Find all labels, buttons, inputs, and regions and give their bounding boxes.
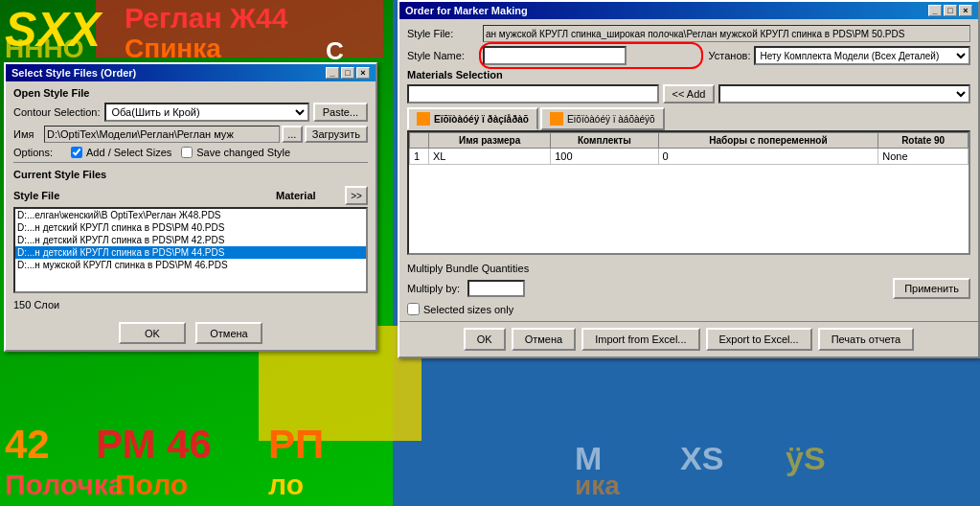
list-item[interactable]: D:...елган\женский\В OptiTex\Реглан Ж48.… xyxy=(15,209,366,221)
table-head: Имя размера Комплекты Наборы с поперемен… xyxy=(410,133,969,149)
order-titlebar: Order for Marker Making _ □ × xyxy=(399,2,978,19)
path-input[interactable] xyxy=(44,126,280,143)
bg-text-rp: РП xyxy=(268,422,324,468)
list-item[interactable]: D:...н детский КРУГЛ спинка в PDS\РМ 42.… xyxy=(15,234,366,246)
order-table: Имя размера Комплекты Наборы с поперемен… xyxy=(409,132,969,165)
import-excel-button[interactable]: Import from Excel... xyxy=(581,328,699,351)
style-name-label: Style Name: xyxy=(407,50,479,61)
imya-label: Имя xyxy=(13,128,42,140)
file-list[interactable]: D:...елган\женский\В OptiTex\Реглан Ж48.… xyxy=(13,207,368,293)
cell-num: 1 xyxy=(410,149,429,165)
contour-row: Contour Selection: Оба(Шить и Крой) Past… xyxy=(13,103,368,122)
selected-sizes-label: Selected sizes only xyxy=(423,304,513,315)
col-sets-header: Комплекты xyxy=(551,133,658,149)
browse-button[interactable]: ... xyxy=(282,126,303,143)
bg-text-polo2: ло xyxy=(268,469,304,501)
multiply-row: Multiply by: Применить xyxy=(407,278,970,299)
list-item[interactable]: D:...н детский КРУГЛ спинка в PDS\РМ 40.… xyxy=(15,221,366,234)
open-style-section-label: Open Style File xyxy=(13,87,368,99)
material-col xyxy=(287,210,364,220)
ustanov-select[interactable]: Нету Комплекта Модели (Всех Деталей) xyxy=(754,46,970,65)
minimize-button[interactable]: _ xyxy=(326,67,339,79)
add-select-sizes-label: Add / Select Sizes xyxy=(86,147,171,158)
bg-text-ika: ика xyxy=(575,471,620,501)
tab-alternate[interactable]: Еïõïòàóéÿ ï àáõàéÿõ xyxy=(540,107,665,130)
tab-alternate-label: Еïõïòàóéÿ ï àáõàéÿõ xyxy=(567,114,655,125)
cancel-button[interactable]: Отмена xyxy=(195,322,262,344)
paste-button[interactable]: Paste... xyxy=(313,103,368,122)
bg-text-xs: XS xyxy=(680,440,723,477)
order-ok-button[interactable]: OK xyxy=(464,328,506,351)
bg-text-nnno: НННО xyxy=(5,34,83,64)
style-name-input[interactable] xyxy=(483,46,627,65)
ustanov-label: Установ: xyxy=(709,50,751,61)
table-row[interactable]: 1 XL 100 0 None xyxy=(410,149,969,165)
contour-label: Contour Selection: xyxy=(13,106,101,118)
file-col: D:...елган\женский\В OptiTex\Реглан Ж48.… xyxy=(17,210,287,220)
ok-button[interactable]: OK xyxy=(119,322,186,344)
select-style-footer: OK Отмена xyxy=(6,316,376,350)
style-file-label: Style File: xyxy=(407,28,479,39)
options-label: Options: xyxy=(13,147,61,158)
double-arrow-button[interactable]: >> xyxy=(345,186,368,205)
cell-alternate: 0 xyxy=(658,149,878,165)
order-cancel-button[interactable]: Отмена xyxy=(512,328,576,351)
file-col: D:...н мужской КРУГЛ спинка в PDS\РМ 46.… xyxy=(17,260,287,270)
col-num-header xyxy=(410,133,429,149)
col-style-file-header: Style File xyxy=(13,190,274,201)
col-size-header: Имя размера xyxy=(429,133,551,149)
options-row: Options: Add / Select Sizes Save changed… xyxy=(13,147,368,158)
materials-input[interactable] xyxy=(407,84,659,104)
tab-alternate-icon xyxy=(550,112,563,126)
cell-sets: 100 xyxy=(551,149,658,165)
apply-button[interactable]: Применить xyxy=(893,278,970,299)
material-col xyxy=(287,222,364,233)
order-title: Order for Marker Making xyxy=(405,5,528,16)
print-report-button[interactable]: Печать отчета xyxy=(818,328,915,351)
contour-select[interactable]: Оба(Шить и Крой) xyxy=(104,103,309,122)
bg-text-reglan: Реглан Ж44 xyxy=(125,2,287,34)
multiply-bundle-label: Multiply Bundle Quantities xyxy=(407,263,970,274)
style-name-wrapper xyxy=(483,46,699,65)
materials-dropdown[interactable] xyxy=(718,84,970,104)
tab-sizes[interactable]: Еïõïòàóéÿ ï ðàçíåðàõ xyxy=(407,107,538,130)
order-maximize-button[interactable]: □ xyxy=(944,5,957,16)
bg-text-ys: ÿS xyxy=(786,440,826,477)
style-file-path: ан мужской КРУГЛ спинка_широкая полочка\… xyxy=(483,25,970,42)
add-select-sizes-checkbox[interactable] xyxy=(71,147,82,158)
list-item[interactable]: D:...н мужской КРУГЛ спинка в PDS\РМ 46.… xyxy=(15,259,366,271)
bg-text-polochka: Полочка xyxy=(5,469,125,501)
selected-sizes-checkbox[interactable] xyxy=(407,303,420,315)
style-name-row: Style Name: Установ: Нету Комплекта Моде… xyxy=(407,46,970,65)
maximize-button[interactable]: □ xyxy=(341,67,354,79)
order-dialog: Order for Marker Making _ □ × Style File… xyxy=(398,0,980,358)
load-button[interactable]: Загрузить xyxy=(305,126,368,143)
table-header-row: Имя размера Комплекты Наборы с поперемен… xyxy=(410,133,969,149)
selected-sizes-row: Selected sizes only xyxy=(407,303,970,315)
divider xyxy=(13,162,368,163)
material-col xyxy=(287,235,364,245)
multiply-by-label: Multiply by: xyxy=(407,283,460,294)
path-row: Имя ... Загрузить xyxy=(13,126,368,143)
list-item-selected[interactable]: D:...н детский КРУГЛ спинка в PDS\РМ 44.… xyxy=(15,246,366,259)
current-style-header-row: Current Style Files xyxy=(13,169,368,184)
close-button[interactable]: × xyxy=(356,67,370,79)
ustanov-select-wrapper: Нету Комплекта Модели (Всех Деталей) xyxy=(754,46,970,65)
current-style-label: Current Style Files xyxy=(13,169,368,180)
order-body: Style File: ан мужской КРУГЛ спинка_широ… xyxy=(399,19,978,321)
col-rotate-header: Rotate 90 xyxy=(878,133,969,149)
file-col: D:...н детский КРУГЛ спинка в PDS\РМ 40.… xyxy=(17,222,287,233)
layers-info: 150 Слои xyxy=(13,299,368,310)
order-minimize-button[interactable]: _ xyxy=(928,5,942,16)
order-close-button[interactable]: × xyxy=(959,5,972,16)
cell-size: XL xyxy=(429,149,551,165)
save-changed-style-row: Save changed Style xyxy=(181,147,290,158)
multiply-by-input[interactable] xyxy=(467,280,525,297)
export-excel-button[interactable]: Export to Excel... xyxy=(706,328,812,351)
select-style-body: Open Style File Contour Selection: Оба(Ш… xyxy=(6,81,376,316)
file-col: D:...н детский КРУГЛ спинка в PDS\РМ 44.… xyxy=(17,247,287,258)
save-changed-style-label: Save changed Style xyxy=(196,147,290,158)
save-changed-style-checkbox[interactable] xyxy=(181,147,193,158)
select-style-title: Select Style Files (Order) xyxy=(11,67,136,79)
add-button[interactable]: << Add xyxy=(663,84,716,104)
